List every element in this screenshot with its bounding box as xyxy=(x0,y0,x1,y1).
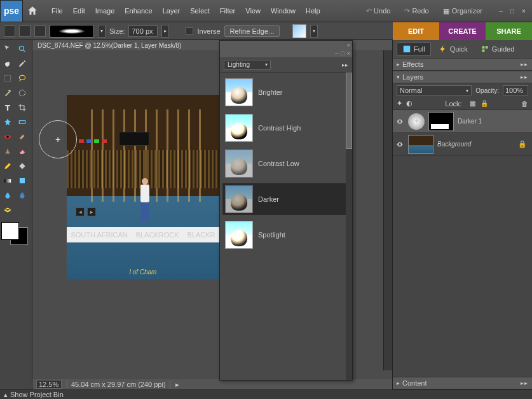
magic-wand-tool[interactable] xyxy=(1,87,14,99)
panel-menu-icon[interactable]: ▸▸ xyxy=(521,380,528,386)
sponge-tool[interactable] xyxy=(1,204,14,216)
lock-transparent-icon[interactable]: ▩ xyxy=(468,99,477,108)
crop-tool[interactable] xyxy=(16,101,29,114)
cookie-cutter-tool[interactable] xyxy=(1,116,14,129)
maximize-icon[interactable]: □ xyxy=(341,50,344,57)
smart-brush-tool[interactable] xyxy=(1,189,14,202)
undo-button[interactable]: ↶ Undo xyxy=(361,5,395,17)
view-tab-full[interactable]: Full xyxy=(397,42,431,56)
content-panel-header[interactable]: ▸Content▸▸ xyxy=(393,377,532,389)
organizer-button[interactable]: ▦ Organizer xyxy=(438,5,488,17)
vertical-scrollbar[interactable] xyxy=(383,50,392,370)
brush-preview[interactable] xyxy=(50,25,94,38)
effects-scrollbar[interactable] xyxy=(346,73,352,380)
panel-titlebar[interactable]: × xyxy=(220,41,352,50)
menu-layer[interactable]: Layer xyxy=(158,4,185,17)
lock-all-icon[interactable]: 🔒 xyxy=(480,99,489,108)
close-icon[interactable]: × xyxy=(519,6,528,15)
zoom-input[interactable]: 12.5% xyxy=(36,380,62,389)
tool-preset-icon[interactable] xyxy=(4,25,15,37)
effect-item-darker[interactable]: Darker xyxy=(222,183,350,215)
menu-enhance[interactable]: Enhance xyxy=(120,4,156,17)
effect-item-contrast-high[interactable]: Contrast High xyxy=(222,112,350,144)
mode-tab-share[interactable]: SHARE xyxy=(486,22,532,40)
eyedropper-tool[interactable] xyxy=(16,57,29,70)
home-icon[interactable] xyxy=(23,0,42,22)
close-icon[interactable]: × xyxy=(347,50,350,57)
opacity-input[interactable]: 100% xyxy=(503,85,528,95)
menu-image[interactable]: Image xyxy=(91,4,119,17)
inverse-checkbox[interactable] xyxy=(186,27,193,35)
foreground-color-swatch[interactable] xyxy=(1,222,19,240)
zoom-tool[interactable] xyxy=(16,43,29,55)
effect-item-contrast-low[interactable]: Contrast Low xyxy=(222,148,350,179)
mode-tab-create[interactable]: CREATE xyxy=(439,22,486,40)
visibility-toggle-icon[interactable] xyxy=(395,140,404,149)
brush-mode2-icon[interactable] xyxy=(34,25,46,37)
minimize-icon[interactable]: – xyxy=(335,50,338,57)
menu-view[interactable]: View xyxy=(241,4,265,17)
refine-edge-button[interactable]: Refine Edge... xyxy=(224,25,280,37)
layer-row-darker[interactable]: ✦ Darker 1 xyxy=(393,110,532,133)
menu-select[interactable]: Select xyxy=(186,4,214,17)
mode-tab-edit[interactable]: EDIT xyxy=(393,22,439,40)
brush-mode1-icon[interactable] xyxy=(19,25,31,37)
brush-picker-dropdown[interactable]: ▾ xyxy=(98,25,106,38)
layer-thumb[interactable] xyxy=(408,135,433,154)
quick-selection-tool[interactable] xyxy=(16,87,29,99)
redo-button[interactable]: ↷ Redo xyxy=(399,5,433,17)
paint-bucket-tool[interactable] xyxy=(16,160,29,172)
blend-mode-select[interactable]: Normal xyxy=(397,85,472,95)
effect-item-brighter[interactable]: Brighter xyxy=(222,76,350,108)
adjustment-preview-thumb[interactable] xyxy=(292,24,306,38)
move-tool[interactable] xyxy=(1,43,14,55)
minimize-icon[interactable]: – xyxy=(496,6,505,15)
menu-file[interactable]: File xyxy=(47,4,67,17)
layer-name[interactable]: Darker 1 xyxy=(458,118,482,125)
visibility-toggle-icon[interactable] xyxy=(395,117,404,126)
color-swatches[interactable] xyxy=(1,222,28,245)
eraser-tool[interactable] xyxy=(16,145,29,158)
blur-tool[interactable] xyxy=(16,189,29,202)
hand-tool[interactable] xyxy=(1,57,14,70)
layer-name[interactable]: Background xyxy=(437,141,471,148)
effects-category-select[interactable]: Lighting xyxy=(224,60,271,70)
status-menu-icon[interactable]: ▸ xyxy=(175,381,179,389)
menu-help[interactable]: Help xyxy=(301,4,325,17)
app-logo: pse xyxy=(0,0,23,22)
red-eye-tool[interactable] xyxy=(1,130,14,143)
next-arrow-icon: ▸ xyxy=(87,207,96,216)
gradient-tool[interactable] xyxy=(1,174,14,187)
effects-panel-header[interactable]: ▸Effects▸▸ xyxy=(393,58,532,71)
shape-tool[interactable] xyxy=(16,174,29,187)
panel-menu-icon[interactable]: ▸▸ xyxy=(521,61,528,67)
healing-brush-tool[interactable] xyxy=(16,130,29,143)
menu-edit[interactable]: Edit xyxy=(69,4,90,17)
straighten-tool[interactable] xyxy=(16,116,29,129)
menu-filter[interactable]: Filter xyxy=(215,4,240,17)
marquee-tool[interactable] xyxy=(1,72,14,85)
maximize-icon[interactable]: □ xyxy=(508,6,517,15)
view-tab-guided[interactable]: Guided xyxy=(475,43,519,55)
panel-menu-icon[interactable]: ▸▸ xyxy=(521,74,528,80)
close-icon[interactable]: × xyxy=(347,42,350,48)
layer-mask-thumb[interactable] xyxy=(428,112,454,131)
view-tab-quick[interactable]: Quick xyxy=(433,43,473,55)
menu-window[interactable]: Window xyxy=(266,4,300,17)
type-tool[interactable] xyxy=(1,101,14,114)
lasso-tool[interactable] xyxy=(16,72,29,85)
new-adjustment-icon[interactable]: ✦ xyxy=(397,99,402,108)
pencil-tool[interactable] xyxy=(1,160,14,172)
layers-panel-header[interactable]: ▾Layers▸▸ xyxy=(393,71,532,83)
panel-expand-icon[interactable]: ▸▸ xyxy=(342,62,348,68)
chevron-right-icon: ▸ xyxy=(397,61,400,67)
effect-item-spotlight[interactable]: Spotlight xyxy=(222,219,350,251)
clone-stamp-tool[interactable] xyxy=(1,145,14,158)
layer-mask-icon[interactable]: ◐ xyxy=(406,99,413,108)
size-slider-dropdown[interactable]: ▸ xyxy=(161,25,169,38)
project-bin-bar[interactable]: ▴ Show Project Bin xyxy=(0,389,532,399)
delete-layer-icon[interactable]: 🗑 xyxy=(521,100,528,108)
size-input[interactable]: 700 px xyxy=(128,25,158,37)
layer-row-background[interactable]: Background 🔒 xyxy=(393,133,532,156)
adjustment-dropdown[interactable]: ▾ xyxy=(310,25,318,38)
